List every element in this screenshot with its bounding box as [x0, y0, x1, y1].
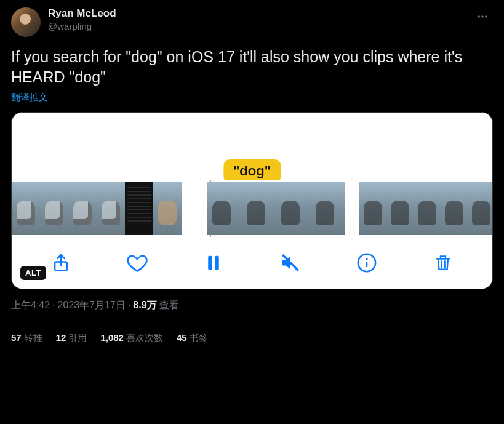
- pause-icon: [204, 254, 223, 272]
- svg-point-9: [366, 258, 367, 260]
- thumbnail: [311, 182, 345, 235]
- thumbnail: [359, 182, 386, 235]
- media-toolbar: [12, 237, 492, 289]
- svg-rect-5: [215, 256, 219, 270]
- share-icon: [50, 252, 71, 273]
- more-button[interactable]: [472, 6, 493, 27]
- video-scrubber[interactable]: [12, 180, 492, 237]
- ellipsis-icon: [476, 10, 489, 23]
- clip-group-2: [207, 182, 345, 235]
- thumbnail: [386, 182, 413, 235]
- thumbnail: [153, 182, 182, 235]
- thumbnail: [207, 182, 242, 235]
- alt-badge[interactable]: ALT: [20, 266, 46, 280]
- info-button[interactable]: [353, 249, 380, 276]
- tweet-text: If you search for "dog" on iOS 17 it'll …: [11, 47, 493, 87]
- avatar[interactable]: [11, 7, 41, 37]
- stat-retweets[interactable]: 57转推: [11, 332, 42, 344]
- favorite-button[interactable]: [124, 249, 151, 276]
- user-block[interactable]: Ryan McLeod @warpling: [48, 7, 116, 32]
- thumbnail: [242, 182, 276, 235]
- svg-point-2: [485, 15, 487, 17]
- svg-rect-4: [209, 256, 212, 270]
- display-name: Ryan McLeod: [48, 7, 116, 20]
- caption-bubble: "dog": [223, 159, 281, 183]
- thumbnail: [440, 182, 467, 235]
- views-count: 8.9万: [133, 300, 156, 310]
- share-button[interactable]: [47, 249, 74, 276]
- media-inner: "dog": [12, 113, 492, 289]
- media-card[interactable]: "dog": [11, 112, 493, 289]
- thumbnail: [125, 182, 153, 235]
- tweet-container: Ryan McLeod @warpling If you search for …: [0, 0, 504, 350]
- clip-group-1: [12, 182, 182, 235]
- delete-button[interactable]: [430, 249, 457, 276]
- svg-point-0: [478, 15, 480, 17]
- svg-point-1: [481, 15, 483, 17]
- mute-icon: [279, 252, 302, 274]
- stat-quotes[interactable]: 12引用: [56, 332, 87, 344]
- stat-likes[interactable]: 1,082喜欢次数: [100, 332, 163, 344]
- thumbnail: [467, 182, 492, 235]
- user-handle: @warpling: [48, 21, 116, 32]
- thumbnail: [413, 182, 440, 235]
- thumbnail: [97, 182, 125, 235]
- tweet-header: Ryan McLeod @warpling: [11, 7, 493, 37]
- info-icon: [356, 252, 377, 273]
- divider: [11, 322, 493, 322]
- tweet-stats: 57转推 12引用 1,082喜欢次数 45书签: [11, 332, 493, 344]
- tweet-time: 上午4:42: [11, 300, 50, 310]
- media-caption-area: "dog": [12, 113, 492, 180]
- tweet-date: 2023年7月17日: [58, 300, 126, 310]
- translate-link[interactable]: 翻译推文: [11, 92, 48, 103]
- thumbnail: [68, 182, 97, 235]
- stat-bookmarks[interactable]: 45书签: [177, 332, 208, 344]
- tweet-meta[interactable]: 上午4:42·2023年7月17日·8.9万 查看: [11, 299, 493, 312]
- views-label: 查看: [159, 300, 179, 310]
- thumbnail: [12, 182, 40, 235]
- mute-button[interactable]: [277, 249, 304, 276]
- pause-button[interactable]: [200, 249, 227, 276]
- trash-icon: [433, 253, 453, 273]
- thumbnail: [40, 182, 68, 235]
- thumbnail: [276, 182, 311, 235]
- heart-icon: [126, 252, 148, 274]
- clip-group-3: [359, 182, 492, 235]
